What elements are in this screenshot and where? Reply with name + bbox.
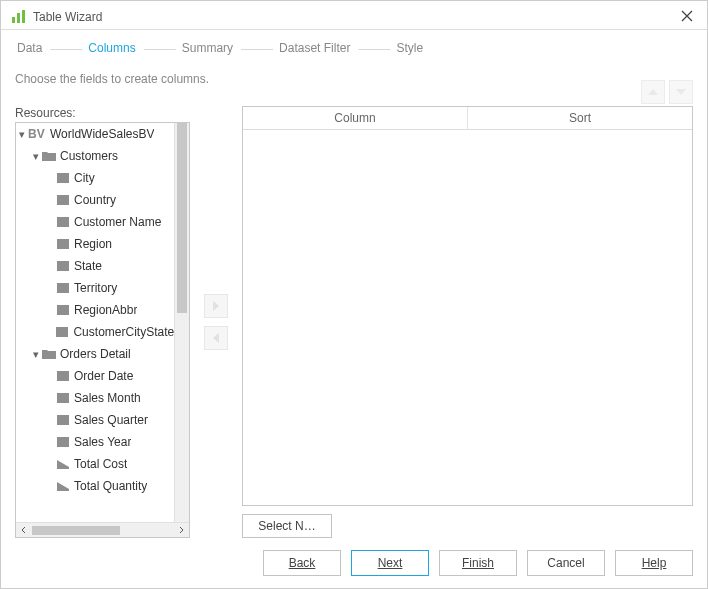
horizontal-scrollbar[interactable]: [16, 522, 189, 537]
tree-folder-customers[interactable]: ▾Customers: [16, 145, 174, 167]
tree-item-label: Customer Name: [70, 215, 161, 229]
tree-item[interactable]: ▾Sales Quarter: [16, 409, 174, 431]
dialog-window: Table Wizard Data ——— Columns ——— Summar…: [0, 0, 708, 589]
tree-item-label: City: [70, 171, 95, 185]
svg-rect-11: [56, 327, 68, 337]
tree-item-label: CustomerCityStateZ: [69, 325, 174, 339]
tree-item-label: Orders Detail: [56, 347, 131, 361]
close-icon[interactable]: [677, 9, 697, 25]
tree-item[interactable]: ▾CustomerCityStateZ: [16, 321, 174, 343]
cancel-button[interactable]: Cancel: [527, 550, 605, 576]
scrollbar-thumb[interactable]: [177, 123, 187, 313]
tree-item[interactable]: ▾City: [16, 167, 174, 189]
step-columns[interactable]: Columns: [86, 41, 137, 55]
tree-item[interactable]: ▾Sales Year: [16, 431, 174, 453]
tree-item[interactable]: ▾Sales Month: [16, 387, 174, 409]
svg-rect-7: [57, 239, 69, 249]
move-down-button[interactable]: [669, 80, 693, 104]
tree-twisty-icon[interactable]: ▾: [32, 349, 42, 359]
steps-nav: Data ——— Columns ——— Summary ——— Dataset…: [15, 40, 693, 56]
tree-item[interactable]: ▾State: [16, 255, 174, 277]
step-separator: ———: [50, 40, 80, 56]
resources-label: Resources:: [15, 106, 190, 120]
tree-twisty-icon[interactable]: ▾: [18, 129, 28, 139]
tree-item[interactable]: ▾Total Quantity: [16, 475, 174, 497]
svg-rect-10: [57, 305, 69, 315]
tree-item[interactable]: ▾Region: [16, 233, 174, 255]
tree-item-label: Total Cost: [70, 457, 127, 471]
svg-rect-4: [57, 173, 69, 183]
tree-item[interactable]: ▾RegionAbbr: [16, 299, 174, 321]
tree-item[interactable]: ▾Order Date: [16, 365, 174, 387]
move-buttons: [190, 106, 242, 538]
tree-item-label: Sales Year: [70, 435, 131, 449]
tree-item-label: Order Date: [70, 369, 133, 383]
scrollbar-thumb[interactable]: [32, 526, 120, 535]
window-title: Table Wizard: [33, 10, 102, 24]
column-header-sort[interactable]: Sort: [468, 107, 692, 129]
tree-root[interactable]: ▾BVWorldWideSalesBV: [16, 123, 174, 145]
tree-item[interactable]: ▾Territory: [16, 277, 174, 299]
tree-twisty-icon[interactable]: ▾: [32, 151, 42, 161]
step-separator: ———: [358, 40, 388, 56]
tree-item-label: Total Quantity: [70, 479, 147, 493]
svg-rect-13: [57, 393, 69, 403]
columns-table[interactable]: Column Sort: [242, 106, 693, 506]
select-none-button[interactable]: Select N…: [242, 514, 332, 538]
vertical-scrollbar[interactable]: [174, 123, 189, 522]
svg-rect-9: [57, 283, 69, 293]
svg-rect-15: [57, 437, 69, 447]
next-button[interactable]: Next: [351, 550, 429, 576]
title-bar: Table Wizard: [1, 1, 707, 29]
step-separator: ———: [241, 40, 271, 56]
tree-item-label: RegionAbbr: [70, 303, 137, 317]
add-column-button[interactable]: [204, 294, 228, 318]
tree-item-label: WorldWideSalesBV: [46, 127, 154, 141]
tree-item[interactable]: ▾Customer Name: [16, 211, 174, 233]
back-button[interactable]: Back: [263, 550, 341, 576]
step-separator: ———: [144, 40, 174, 56]
dialog-footer: Back Next Finish Cancel Help: [1, 538, 707, 588]
tree-item-label: Sales Month: [70, 391, 141, 405]
column-header-column[interactable]: Column: [243, 107, 468, 129]
svg-rect-8: [57, 261, 69, 271]
svg-rect-2: [22, 10, 25, 23]
svg-rect-1: [17, 13, 20, 23]
tree-item-label: State: [70, 259, 102, 273]
svg-rect-12: [57, 371, 69, 381]
svg-text:BV: BV: [28, 128, 45, 140]
app-icon: [11, 9, 27, 25]
help-button[interactable]: Help: [615, 550, 693, 576]
tree-item-label: Sales Quarter: [70, 413, 148, 427]
resources-tree[interactable]: ▾BVWorldWideSalesBV▾Customers▾City▾Count…: [15, 122, 190, 538]
scroll-left-button[interactable]: [16, 524, 32, 537]
svg-rect-5: [57, 195, 69, 205]
step-summary[interactable]: Summary: [180, 41, 235, 55]
step-data[interactable]: Data: [15, 41, 44, 55]
tree-item-label: Region: [70, 237, 112, 251]
step-style[interactable]: Style: [394, 41, 425, 55]
svg-rect-14: [57, 415, 69, 425]
finish-button[interactable]: Finish: [439, 550, 517, 576]
svg-rect-6: [57, 217, 69, 227]
tree-item-label: Territory: [70, 281, 117, 295]
wizard-header: Data ——— Columns ——— Summary ——— Dataset…: [1, 29, 707, 106]
tree-folder-orders-detail[interactable]: ▾Orders Detail: [16, 343, 174, 365]
remove-column-button[interactable]: [204, 326, 228, 350]
tree-item[interactable]: ▾Country: [16, 189, 174, 211]
step-dataset-filter[interactable]: Dataset Filter: [277, 41, 352, 55]
tree-item-label: Country: [70, 193, 116, 207]
svg-rect-0: [12, 17, 15, 23]
scroll-right-button[interactable]: [173, 524, 189, 537]
move-up-button[interactable]: [641, 80, 665, 104]
tree-item-label: Customers: [56, 149, 118, 163]
columns-table-body: [243, 130, 692, 505]
page-subtitle: Choose the fields to create columns.: [15, 72, 693, 86]
tree-item[interactable]: ▾Total Cost: [16, 453, 174, 475]
